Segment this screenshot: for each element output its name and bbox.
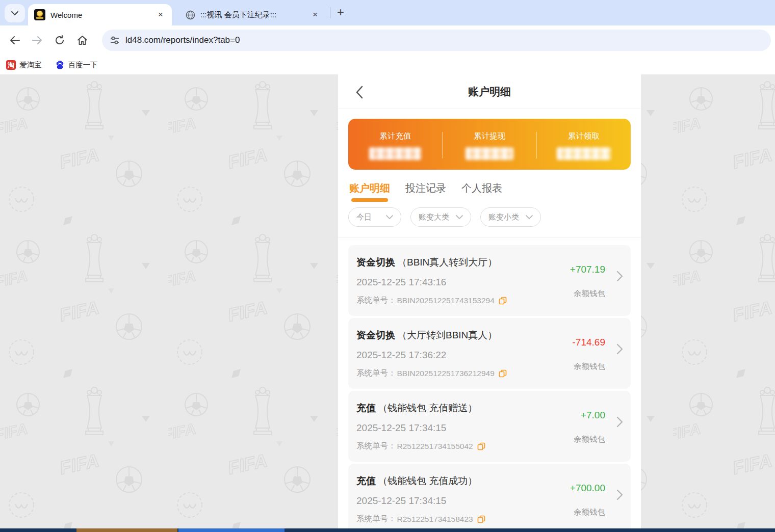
copy-icon[interactable]: [477, 515, 485, 523]
txn-datetime: 2025-12-25 17:34:15: [356, 495, 623, 507]
tab-title: :::视讯 会员下注纪录:::: [200, 10, 306, 20]
site-favicon-trophy: [34, 9, 45, 20]
total-deposit-value-blurred: [369, 147, 421, 160]
order-number: BBIN202512251736212949: [397, 369, 495, 378]
wallet-label: 余额钱包: [574, 361, 605, 372]
wallet-label: 余额钱包: [574, 288, 605, 299]
chevron-right-icon[interactable]: [616, 343, 623, 355]
globe-icon: [186, 10, 195, 20]
txn-subtitle: （大厅转到BBIN真人）: [397, 330, 497, 340]
browser-toolbar: ld48.com/reports/index?tab=0: [0, 25, 775, 55]
total-deposit-label: 累计充值: [379, 131, 411, 142]
url-text[interactable]: ld48.com/reports/index?tab=0: [125, 35, 240, 45]
reload-button[interactable]: [51, 32, 68, 49]
chevron-right-icon[interactable]: [616, 416, 623, 428]
page-content: FIFA FIFA: [0, 74, 775, 528]
chevron-right-icon[interactable]: [616, 271, 623, 282]
txn-type: 资金切换: [356, 330, 395, 340]
total-claimed-label: 累计领取: [568, 131, 600, 142]
back-arrow-icon: [9, 36, 20, 45]
close-tab-icon[interactable]: ×: [310, 10, 320, 20]
tab-account-detail[interactable]: 账户明细: [349, 173, 390, 203]
baidu-paw-icon: [55, 60, 65, 70]
taskbar-segment: [178, 528, 285, 532]
tab-bet-records[interactable]: 投注记录: [405, 173, 446, 203]
filter-date-dropdown[interactable]: 今日: [348, 207, 401, 227]
txn-type: 资金切换: [356, 257, 395, 268]
order-number: R2512251734158423: [397, 515, 473, 524]
txn-amount: +707.19: [570, 264, 605, 275]
filter-label: 今日: [356, 212, 372, 222]
bookmark-label: 百度一下: [68, 60, 98, 70]
chevron-down-icon: [526, 215, 533, 220]
home-icon: [77, 35, 88, 45]
txn-type: 充值: [356, 475, 376, 486]
chevron-down-icon: [386, 215, 393, 220]
filter-minor-category-dropdown[interactable]: 账变小类: [480, 207, 541, 227]
tab-title: Welcome: [50, 11, 151, 19]
tab-strip: Welcome × :::视讯 会员下注纪录::: × +: [0, 0, 775, 25]
bookmark-aitaobao[interactable]: 淘 爱淘宝: [6, 60, 42, 70]
bookmarks-bar: 淘 爱淘宝 百度一下: [0, 55, 775, 74]
txn-subtitle: （钱能钱包 充值成功）: [378, 475, 477, 486]
report-panel: 账户明细 累计充值 累计提现 累计领取: [338, 74, 641, 528]
copy-icon[interactable]: [477, 442, 485, 450]
copy-icon[interactable]: [499, 297, 507, 305]
order-label: 系统单号：: [356, 368, 396, 379]
back-chevron-button[interactable]: [355, 86, 363, 101]
filter-label: 账变大类: [419, 212, 449, 222]
chevron-down-icon: [11, 11, 18, 16]
page-title: 账户明细: [468, 85, 511, 99]
chevron-left-icon: [355, 86, 363, 99]
bookmark-baidu[interactable]: 百度一下: [55, 60, 98, 70]
txn-datetime: 2025-12-25 17:34:15: [356, 422, 623, 434]
transaction-row[interactable]: 资金切换（大厅转到BBIN真人） 2025-12-25 17:36:22 系统单…: [348, 318, 631, 389]
tab-betting-records[interactable]: :::视讯 会员下注纪录::: ×: [179, 4, 326, 25]
home-button[interactable]: [73, 32, 91, 49]
total-deposit: 累计充值: [348, 119, 443, 170]
forward-button[interactable]: [29, 32, 46, 49]
tab-search-button[interactable]: [5, 4, 25, 22]
order-number: BBIN202512251743153294: [397, 296, 495, 305]
total-withdraw-label: 累计提现: [474, 131, 505, 142]
report-tabs: 账户明细 投注记录 个人报表: [338, 173, 641, 203]
back-button[interactable]: [6, 32, 23, 49]
total-claimed-value-blurred: [557, 147, 611, 160]
transaction-row[interactable]: 充值（钱能钱包 充值赠送） 2025-12-25 17:34:15 系统单号：R…: [348, 391, 631, 462]
tab-label: 个人报表: [461, 181, 502, 195]
tab-personal-report[interactable]: 个人报表: [461, 173, 502, 203]
order-number: R2512251734155042: [397, 442, 473, 451]
order-label: 系统单号：: [356, 295, 396, 306]
forward-arrow-icon: [32, 36, 43, 45]
transaction-row[interactable]: 资金切换（BBIN真人转到大厅） 2025-12-25 17:43:16 系统单…: [348, 245, 631, 316]
txn-type: 充值: [356, 403, 376, 413]
total-claimed: 累计领取: [536, 119, 631, 170]
active-tab-underline: [351, 198, 388, 202]
txn-datetime: 2025-12-25 17:36:22: [356, 350, 623, 361]
stat-divider: [536, 132, 537, 158]
totals-card: 累计充值 累计提现 累计领取: [348, 119, 631, 170]
reload-icon: [55, 35, 65, 45]
tab-welcome[interactable]: Welcome ×: [28, 4, 172, 25]
taobao-icon: 淘: [6, 60, 16, 70]
new-tab-button[interactable]: +: [333, 5, 348, 20]
wallet-label: 余额钱包: [574, 434, 605, 445]
tab-label: 投注记录: [405, 181, 446, 195]
panel-header: 账户明细: [338, 74, 641, 109]
chevron-right-icon[interactable]: [616, 489, 623, 500]
total-withdraw: 累计提现: [443, 119, 537, 170]
txn-amount: -714.69: [573, 337, 605, 348]
tab-label: 账户明细: [349, 181, 390, 195]
browser-window: Welcome × :::视讯 会员下注纪录::: × + ld48.com/r…: [0, 0, 775, 532]
filter-major-category-dropdown[interactable]: 账变大类: [410, 207, 471, 227]
txn-datetime: 2025-12-25 17:43:16: [356, 277, 623, 288]
close-tab-icon[interactable]: ×: [156, 10, 166, 20]
copy-icon[interactable]: [499, 369, 507, 378]
transaction-row[interactable]: 充值（钱能钱包 充值成功） 2025-12-25 17:34:15 系统单号：R…: [348, 464, 631, 528]
transaction-list: 资金切换（BBIN真人转到大厅） 2025-12-25 17:43:16 系统单…: [338, 237, 641, 528]
url-bar[interactable]: ld48.com/reports/index?tab=0: [102, 30, 771, 51]
txn-amount: +700.00: [570, 483, 605, 494]
order-label: 系统单号：: [356, 441, 396, 451]
txn-amount: +7.00: [581, 410, 605, 421]
bookmark-label: 爱淘宝: [19, 60, 42, 70]
